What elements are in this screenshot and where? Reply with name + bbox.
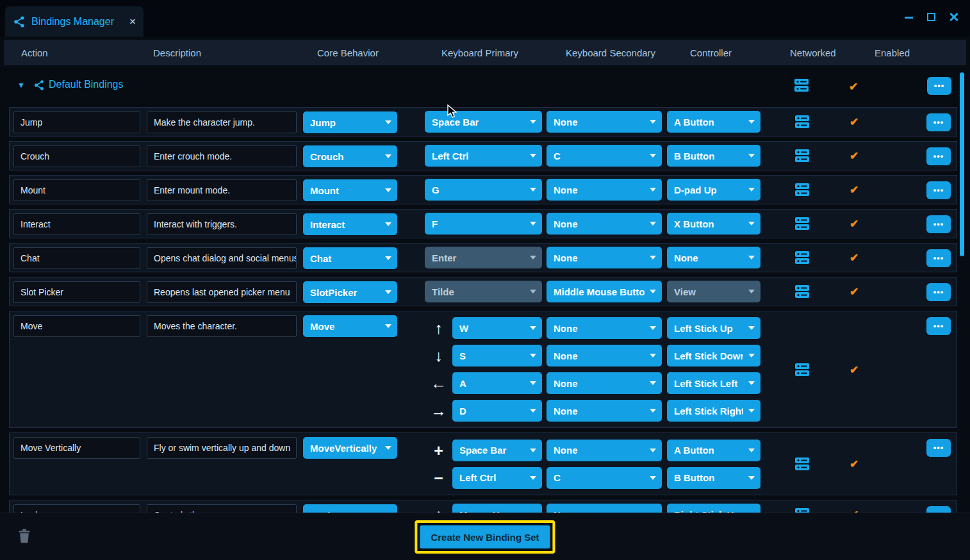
enabled-checkbox[interactable]: ✔ bbox=[849, 80, 858, 94]
trash-icon[interactable] bbox=[18, 529, 31, 543]
networked-icon[interactable] bbox=[794, 284, 810, 299]
more-options-button[interactable]: ••• bbox=[926, 317, 951, 335]
keyboard-primary-dropdown[interactable]: D bbox=[452, 400, 542, 422]
networked-icon[interactable] bbox=[794, 149, 810, 163]
keyboard-primary-dropdown[interactable]: G bbox=[425, 179, 542, 201]
enabled-checkbox[interactable]: ✔ bbox=[850, 115, 859, 129]
core-behavior-dropdown[interactable]: Mount bbox=[303, 179, 397, 201]
controller-dropdown[interactable]: Right Stick Up bbox=[667, 504, 760, 513]
more-options-button[interactable]: ••• bbox=[926, 113, 951, 131]
controller-dropdown[interactable]: A Button bbox=[667, 440, 760, 461]
description-field[interactable]: Enter mount mode. bbox=[147, 179, 297, 201]
action-field[interactable]: Move bbox=[13, 315, 140, 337]
action-field[interactable]: Chat bbox=[13, 247, 140, 269]
description-field[interactable]: Make the character jump. bbox=[147, 111, 297, 133]
networked-icon[interactable] bbox=[794, 115, 810, 129]
minimize-button[interactable] bbox=[903, 12, 915, 23]
networked-icon[interactable] bbox=[794, 217, 810, 231]
more-options-button[interactable]: ••• bbox=[927, 77, 951, 95]
networked-icon[interactable] bbox=[794, 183, 810, 197]
core-behavior-dropdown[interactable]: Crouch bbox=[303, 145, 397, 167]
controller-dropdown[interactable]: A Button bbox=[667, 111, 760, 133]
action-field[interactable]: Slot Picker bbox=[13, 281, 140, 303]
more-options-button[interactable]: ••• bbox=[926, 147, 951, 165]
controller-dropdown[interactable]: Left Stick Down bbox=[667, 345, 760, 366]
keyboard-secondary-dropdown[interactable]: C bbox=[547, 145, 662, 167]
description-field[interactable]: Controls the camera. bbox=[147, 504, 297, 513]
keyboard-secondary-dropdown[interactable]: None bbox=[547, 247, 662, 268]
enabled-checkbox[interactable]: ✔ bbox=[850, 285, 859, 299]
keyboard-secondary-dropdown[interactable]: Middle Mouse Button bbox=[547, 281, 662, 302]
controller-dropdown[interactable]: X Button bbox=[667, 213, 760, 235]
keyboard-primary-dropdown[interactable]: Left Ctrl bbox=[452, 467, 542, 489]
keyboard-secondary-dropdown[interactable]: None bbox=[547, 179, 662, 201]
core-behavior-dropdown[interactable]: MoveVertically bbox=[303, 437, 397, 459]
keyboard-secondary-dropdown[interactable]: C bbox=[547, 467, 662, 489]
action-field[interactable]: Crouch bbox=[13, 145, 140, 167]
description-field[interactable]: Moves the character. bbox=[147, 315, 297, 337]
controller-dropdown[interactable]: None bbox=[667, 247, 760, 268]
tab-close-icon[interactable]: × bbox=[129, 15, 136, 28]
core-behavior-dropdown[interactable]: SlotPicker bbox=[303, 281, 397, 303]
networked-icon[interactable] bbox=[794, 457, 810, 471]
keyboard-secondary-dropdown[interactable]: None bbox=[547, 372, 662, 394]
action-field[interactable]: Interact bbox=[13, 213, 140, 235]
collapse-arrow-icon[interactable]: ▼ bbox=[17, 81, 25, 90]
close-button[interactable] bbox=[948, 12, 960, 23]
core-behavior-dropdown[interactable]: Look bbox=[303, 504, 397, 513]
enabled-checkbox[interactable]: ✔ bbox=[850, 149, 859, 163]
enabled-checkbox[interactable]: ✔ bbox=[850, 251, 859, 265]
keyboard-primary-dropdown[interactable]: Space Bar bbox=[425, 111, 542, 133]
keyboard-primary-dropdown[interactable]: S bbox=[452, 345, 542, 366]
controller-dropdown[interactable]: Left Stick Up bbox=[667, 317, 760, 339]
create-new-binding-set-button[interactable]: Create New Binding Set bbox=[420, 525, 550, 548]
core-behavior-dropdown[interactable]: Interact bbox=[303, 213, 397, 235]
keyboard-primary-dropdown[interactable]: F bbox=[425, 213, 542, 235]
keyboard-secondary-dropdown[interactable]: None bbox=[547, 440, 662, 461]
core-behavior-dropdown[interactable]: Chat bbox=[303, 247, 397, 269]
action-field[interactable]: Mount bbox=[13, 179, 140, 201]
networked-icon[interactable] bbox=[794, 251, 810, 265]
more-options-button[interactable]: ••• bbox=[926, 215, 951, 233]
core-behavior-dropdown[interactable]: Jump bbox=[303, 111, 397, 133]
controller-dropdown[interactable]: D-pad Up bbox=[667, 179, 760, 201]
maximize-button[interactable] bbox=[926, 12, 937, 23]
networked-icon[interactable] bbox=[794, 507, 810, 513]
action-field[interactable]: Move Vertically bbox=[13, 437, 140, 459]
keyboard-secondary-dropdown[interactable]: None bbox=[547, 111, 662, 133]
keyboard-secondary-dropdown[interactable]: None bbox=[547, 345, 662, 366]
tab-bindings-manager[interactable]: Bindings Manager × bbox=[5, 6, 144, 37]
keyboard-primary-dropdown[interactable]: Mouse Up bbox=[452, 504, 542, 513]
description-field[interactable]: Opens chat dialog and social menus bbox=[147, 247, 297, 269]
more-options-button[interactable]: ••• bbox=[926, 249, 951, 267]
action-field[interactable]: Jump bbox=[13, 111, 140, 133]
keyboard-primary-dropdown[interactable]: Space Bar bbox=[452, 440, 542, 461]
description-field[interactable]: Reopens last opened picker menu bbox=[147, 281, 297, 303]
description-field[interactable]: Enter crouch mode. bbox=[147, 145, 297, 167]
keyboard-secondary-dropdown[interactable]: None bbox=[547, 504, 662, 513]
keyboard-primary-dropdown[interactable]: W bbox=[452, 317, 542, 339]
more-options-button[interactable]: ••• bbox=[926, 283, 951, 301]
keyboard-secondary-dropdown[interactable]: None bbox=[547, 317, 662, 339]
enabled-checkbox[interactable]: ✔ bbox=[850, 508, 859, 513]
more-options-button[interactable]: ••• bbox=[926, 439, 951, 457]
controller-dropdown[interactable]: Left Stick Right bbox=[667, 400, 760, 422]
networked-icon[interactable] bbox=[794, 363, 810, 377]
vertical-scrollbar-thumb[interactable] bbox=[960, 72, 964, 256]
keyboard-primary-dropdown[interactable]: A bbox=[452, 372, 542, 394]
controller-dropdown[interactable]: B Button bbox=[667, 467, 760, 489]
description-field[interactable]: Fly or swim vertically up and down bbox=[147, 437, 297, 459]
keyboard-secondary-dropdown[interactable]: None bbox=[547, 400, 662, 422]
action-field[interactable]: Look bbox=[13, 504, 140, 513]
description-field[interactable]: Interact with triggers. bbox=[147, 213, 297, 235]
more-options-button[interactable]: ••• bbox=[926, 506, 951, 513]
keyboard-secondary-dropdown[interactable]: None bbox=[547, 213, 662, 235]
keyboard-primary-dropdown[interactable]: Left Ctrl bbox=[425, 145, 542, 167]
enabled-checkbox[interactable]: ✔ bbox=[850, 183, 859, 197]
networked-icon[interactable] bbox=[794, 78, 809, 92]
enabled-checkbox[interactable]: ✔ bbox=[850, 457, 859, 471]
enabled-checkbox[interactable]: ✔ bbox=[850, 363, 859, 376]
controller-dropdown[interactable]: B Button bbox=[667, 145, 760, 167]
enabled-checkbox[interactable]: ✔ bbox=[850, 217, 859, 231]
core-behavior-dropdown[interactable]: Move bbox=[303, 315, 397, 337]
